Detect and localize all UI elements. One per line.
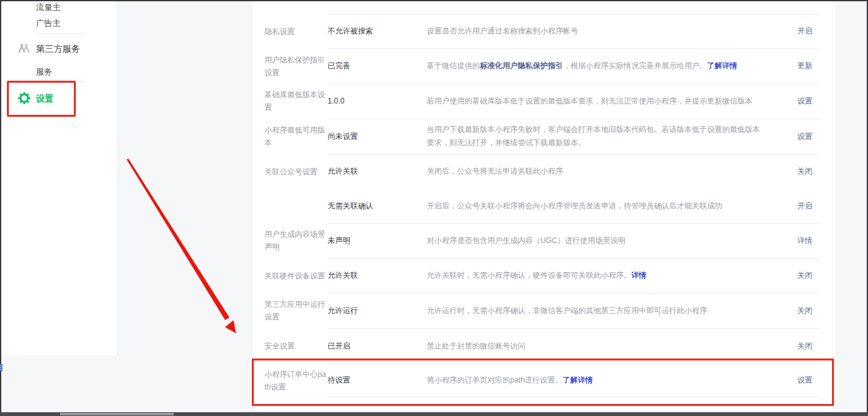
settings-row: 关联公众号设置允许关联关闭后，公众号将无法申请关联此小程序关闭 [252,154,835,189]
description-link[interactable]: 标准化用户隐私保护指引 [480,61,563,70]
screenshot-border-top [0,0,868,1]
setting-action-link[interactable]: 开启 [797,26,812,37]
settings-row: 用户隐私保护指引设置已完善基于微信提供的标准化用户隐私保护指引，根据小程序实际情… [252,49,835,83]
setting-action-link[interactable]: 关闭 [797,341,812,352]
description-text: 对小程序是否包含用户生成内容（UGC）进行使用场景说明 [427,236,626,245]
description-text: 禁止处于封禁的微信账号访问 [427,342,525,350]
setting-label: 隐私设置 [265,25,328,38]
setting-description: 禁止处于封禁的微信账号访问 [427,340,764,353]
settings-table: 隐私设置不允许被搜索设置是否允许用户通过名称搜索到小程序帐号开启用户隐私保护指引… [252,14,835,397]
annotation-box-settings [7,81,76,117]
setting-value: 尚未设置 [328,131,427,142]
setting-description: 基于微信提供的标准化用户隐私保护指引，根据小程序实际情况完善并展示给用户。了解详… [427,59,764,73]
sidebar-divider [36,33,85,33]
setting-label: 第三方应用中运行设置 [265,298,328,323]
description-text: 允许运行时，无需小程序确认，非微信客户端的其他第三方应用中即可运行此小程序 [427,306,707,315]
setting-label: 用户隐私保护指引设置 [265,54,328,79]
sidebar: 流量主 广告主 第三方服务 服务 设置 [1,1,118,355]
description-text: 开启后，公众号关联小程序将会向小程序管理员发送申请，待管理员确认后才能关联成功 [427,201,722,210]
setting-value: 已完善 [328,61,427,71]
third-party-icon [18,43,30,54]
description-text: ，根据小程序实际情况完善并展示给用户。 [563,61,707,70]
sidebar-item-service[interactable]: 服务 [36,66,52,78]
setting-label: 关联公众号设置 [265,165,328,178]
setting-value: 允许运行 [328,306,427,316]
setting-description: 允许运行时，无需小程序确认，非微信客户端的其他第三方应用中即可运行此小程序 [427,304,764,318]
setting-action-link[interactable]: 开启 [797,201,812,211]
setting-value: 允许关联 [328,270,427,281]
setting-description: 开启后，公众号关联小程序将会向小程序管理员发送申请，待管理员确认后才能关联成功 [427,199,764,213]
setting-label: 用户生成内容场景声明 [265,228,328,253]
settings-panel: 隐私设置不允许被搜索设置是否允许用户通过名称搜索到小程序帐号开启用户隐私保护指引… [251,1,835,411]
setting-value: 允许关联 [328,166,427,177]
sidebar-item-advertiser[interactable]: 广告主 [36,18,61,29]
description-text: 基于微信提供的 [427,61,480,70]
setting-value: 未声明 [328,235,427,246]
setting-description: 设置是否允许用户通过名称搜索到小程序帐号 [427,25,764,38]
setting-value: 1.0.0 [328,97,427,105]
setting-action-link[interactable]: 设置 [797,96,812,107]
setting-action-link[interactable]: 关闭 [797,166,812,177]
sidebar-item-traffic[interactable]: 流量主 [36,2,61,13]
sidebar-section-third-party[interactable]: 第三方服务 [36,44,80,55]
edge-artifact [0,364,3,371]
setting-value: 无需关联确认 [328,201,427,211]
description-link[interactable]: 详情 [631,271,646,280]
setting-action-link[interactable]: 设置 [797,131,812,142]
setting-action-link[interactable]: 详情 [797,235,812,246]
setting-label: 安全设置 [265,340,328,352]
settings-row: 关联硬件设备设置允许关联允许关联时，无需小程序确认，硬件设备即可关联此小程序。详… [252,258,835,293]
setting-label: 关联硬件设备设置 [265,270,328,282]
setting-label: 小程序最低可用版本 [265,124,328,149]
description-text: 关闭后，公众号将无法申请关联此小程序 [427,167,563,175]
description-text: 设置是否允许用户通过名称搜索到小程序帐号 [427,27,578,35]
settings-row: 用户生成内容场景声明未声明对小程序是否包含用户生成内容（UGC）进行使用场景说明… [252,223,835,258]
scrollbar-thumb[interactable] [60,413,174,415]
setting-label: 基础库最低版本设置 [265,88,328,114]
settings-row: 第三方应用中运行设置允许运行允许运行时，无需小程序确认，非微信客户端的其他第三方… [252,293,835,328]
screenshot-border-left [0,0,1,416]
setting-action-link[interactable]: 关闭 [797,306,812,316]
setting-value: 不允许被搜索 [328,26,427,37]
setting-action-link[interactable]: 更新 [797,61,812,71]
settings-row: 隐私设置不允许被搜索设置是否允许用户通过名称搜索到小程序帐号开启 [252,14,835,49]
setting-action-link[interactable]: 关闭 [797,270,812,281]
setting-description: 若用户使用的基础库版本低于设置的最低版本要求，则无法正常使用小程序，并提示更新微… [427,95,764,108]
setting-description: 当用户下载最新版本小程序失败时，客户端会打开本地旧版本代码包。若该版本低于设置的… [427,123,764,150]
settings-row: 无需关联确认开启后，公众号关联小程序将会向小程序管理员发送申请，待管理员确认后才… [252,189,835,223]
setting-description: 允许关联时，无需小程序确认，硬件设备即可关联此小程序。详情 [427,269,764,282]
description-text: 若用户使用的基础库版本低于设置的最低版本要求，则无法正常使用小程序，并提示更新微… [427,97,752,105]
settings-row: 基础库最低版本设置1.0.0若用户使用的基础库版本低于设置的最低版本要求，则无法… [252,83,835,119]
description-text: 允许关联时，无需小程序确认，硬件设备即可关联此小程序。 [427,271,631,280]
setting-value: 已开启 [328,341,427,352]
description-text: 当用户下载最新版本小程序失败时，客户端会打开本地旧版本代码包。若该版本低于设置的… [427,125,760,147]
description-link[interactable]: 了解详情 [707,61,737,70]
setting-description: 对小程序是否包含用户生成内容（UGC）进行使用场景说明 [427,234,764,247]
settings-row: 小程序最低可用版本尚未设置当用户下载最新版本小程序失败时，客户端会打开本地旧版本… [252,119,835,154]
annotation-box-path-row [252,359,834,406]
setting-description: 关闭后，公众号将无法申请关联此小程序 [427,165,764,178]
